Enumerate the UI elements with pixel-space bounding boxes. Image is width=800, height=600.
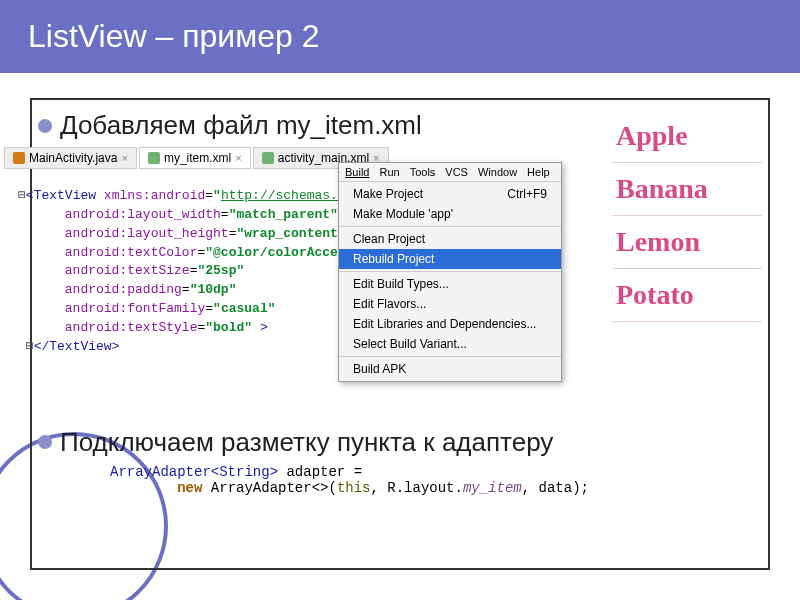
menu-item-clean[interactable]: Clean Project (339, 229, 561, 249)
list-item[interactable]: Lemon (612, 216, 762, 269)
tab-label: MainActivity.java (29, 151, 117, 165)
menu-help[interactable]: Help (527, 166, 550, 178)
bullet-icon (38, 119, 52, 133)
ide-menubar: Build Run Tools VCS Window Help (339, 163, 561, 182)
menu-vcs[interactable]: VCS (445, 166, 468, 178)
slide-title: ListView – пример 2 (0, 0, 800, 73)
menu-item-rebuild[interactable]: Rebuild Project (339, 249, 561, 269)
tab-main-activity[interactable]: MainActivity.java× (4, 147, 137, 169)
listview-preview: Apple Banana Lemon Potato (612, 110, 762, 322)
menu-build[interactable]: Build (345, 166, 369, 178)
menu-item-build-types[interactable]: Edit Build Types... (339, 274, 561, 294)
menu-window[interactable]: Window (478, 166, 517, 178)
menu-separator (339, 271, 561, 272)
menu-item-variant[interactable]: Select Build Variant... (339, 334, 561, 354)
bullet-icon (38, 435, 52, 449)
menu-run[interactable]: Run (379, 166, 399, 178)
xml-icon (262, 152, 274, 164)
tab-label: my_item.xml (164, 151, 231, 165)
bullet-1-text: Добавляем файл my_item.xml (60, 110, 422, 141)
menu-item-make-module[interactable]: Make Module 'app' (339, 204, 561, 224)
xml-icon (148, 152, 160, 164)
bullet-2-text: Подключаем разметку пункта к адаптеру (60, 427, 553, 458)
adapter-code: ArrayAdapter<String> adapter = new Array… (110, 464, 762, 496)
menu-item-build-apk[interactable]: Build APK (339, 359, 561, 379)
close-icon[interactable]: × (121, 152, 127, 164)
build-menu-panel: Build Run Tools VCS Window Help Make Pro… (338, 162, 562, 382)
tab-my-item[interactable]: my_item.xml× (139, 147, 251, 169)
menu-separator (339, 356, 561, 357)
menu-item-flavors[interactable]: Edit Flavors... (339, 294, 561, 314)
list-item[interactable]: Apple (612, 110, 762, 163)
menu-tools[interactable]: Tools (410, 166, 436, 178)
menu-item-libs[interactable]: Edit Libraries and Dependencies... (339, 314, 561, 334)
bullet-2: Подключаем разметку пункта к адаптеру (38, 427, 762, 458)
list-item[interactable]: Banana (612, 163, 762, 216)
list-item[interactable]: Potato (612, 269, 762, 322)
build-menu-items: Make ProjectCtrl+F9 Make Module 'app' Cl… (339, 182, 561, 381)
menu-item-make-project[interactable]: Make ProjectCtrl+F9 (339, 184, 561, 204)
close-icon[interactable]: × (235, 152, 241, 164)
menu-separator (339, 226, 561, 227)
java-icon (13, 152, 25, 164)
